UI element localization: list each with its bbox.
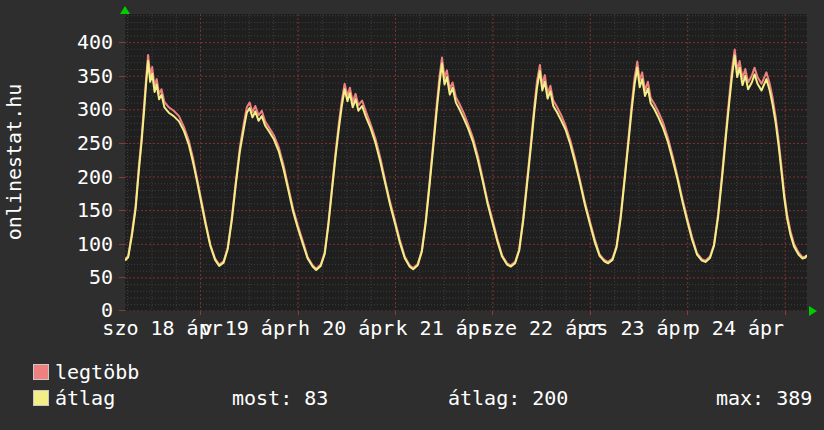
y-tick-label: 50 bbox=[43, 267, 113, 287]
stat-atlag: átlag: 200 bbox=[448, 388, 568, 408]
y-tick-label: 350 bbox=[43, 66, 113, 86]
series-line-legtobb bbox=[125, 50, 807, 269]
plot-area bbox=[125, 14, 807, 311]
y-tick-mark bbox=[119, 210, 125, 211]
stat-max: max: 389 bbox=[716, 388, 812, 408]
y-tick-mark bbox=[119, 310, 125, 311]
stat-chart-page: onlinestat.hu 050100150200250300350400 s… bbox=[0, 0, 824, 430]
y-tick-mark bbox=[119, 277, 125, 278]
y-tick-mark bbox=[119, 42, 125, 43]
y-tick-mark bbox=[119, 76, 125, 77]
x-tick-mark bbox=[298, 311, 299, 315]
x-tick-mark bbox=[785, 311, 786, 315]
x-tick-label: sze 22 ápr bbox=[481, 317, 601, 339]
x-tick-mark bbox=[200, 311, 201, 315]
legend-label: legtöbb bbox=[55, 362, 139, 382]
y-tick-label: 100 bbox=[43, 234, 113, 254]
chart-canvas bbox=[125, 14, 807, 311]
x-tick-mark bbox=[590, 311, 591, 315]
y-tick-label: 250 bbox=[43, 133, 113, 153]
x-tick-label: h 20 ápr bbox=[298, 317, 394, 339]
y-tick-label: 200 bbox=[43, 167, 113, 187]
x-tick-mark bbox=[492, 311, 493, 315]
x-axis-arrow-icon bbox=[809, 306, 817, 316]
x-tick-label: p 24 ápr bbox=[688, 317, 784, 339]
legend-label: átlag bbox=[55, 388, 115, 408]
y-tick-mark bbox=[119, 244, 125, 245]
x-tick-label: k 21 ápr bbox=[396, 317, 492, 339]
legend-swatch-yellow bbox=[33, 390, 49, 406]
x-tick-mark bbox=[687, 311, 688, 315]
y-tick-mark bbox=[119, 109, 125, 110]
y-axis-arrow-icon bbox=[120, 6, 130, 14]
x-tick-label: v 19 ápr bbox=[201, 317, 297, 339]
x-tick-mark bbox=[395, 311, 396, 315]
legend-swatch-red bbox=[33, 364, 49, 380]
y-tick-label: 400 bbox=[43, 32, 113, 52]
x-tick-label: cs 23 ápr bbox=[584, 317, 692, 339]
y-tick-mark bbox=[119, 143, 125, 144]
y-tick-label: 150 bbox=[43, 200, 113, 220]
y-tick-label: 300 bbox=[43, 99, 113, 119]
y-tick-mark bbox=[119, 177, 125, 178]
watermark-onlinestat: onlinestat.hu bbox=[3, 62, 25, 262]
stat-most: most: 83 bbox=[232, 388, 328, 408]
